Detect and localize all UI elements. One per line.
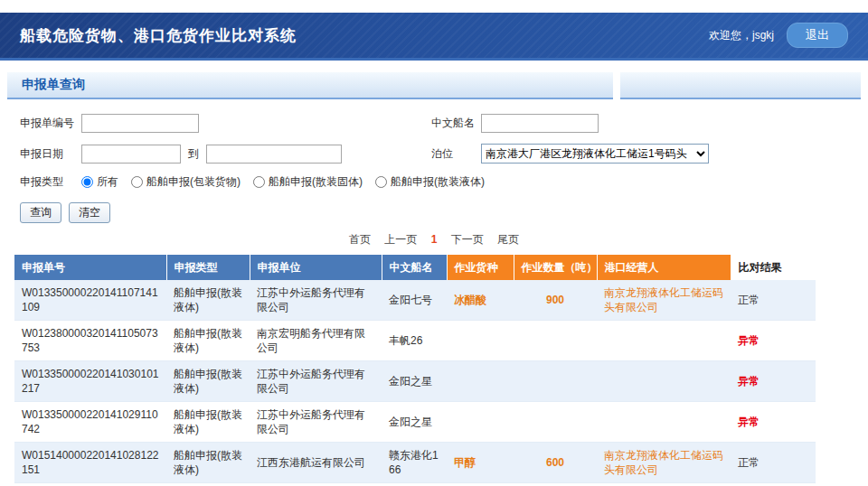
col-declaration-no: 申报单号 xyxy=(14,255,166,280)
cell-declaration-no: W015140000220141028122151 xyxy=(14,443,166,483)
pagination-top: 首页 上一页 1 下一页 尾页 xyxy=(0,232,868,248)
cell-ship-name: 金阳之星 xyxy=(382,402,447,443)
radio-type-bulk-solid[interactable]: 船舶申报(散装固体) xyxy=(253,174,363,190)
table-header-row: 申报单号 申报类型 申报单位 中文船名 作业货种 作业数量（吨） 港口经营人 比… xyxy=(14,255,816,280)
section-band-left: 申报单查询 xyxy=(7,72,613,99)
declaration-no-label: 申报单编号 xyxy=(20,116,81,131)
ship-name-label: 中文船名 xyxy=(431,116,481,131)
date-from-input[interactable] xyxy=(81,145,181,164)
page-prev[interactable]: 上一页 xyxy=(384,233,417,246)
col-declare-type: 申报类型 xyxy=(166,255,250,280)
cell-quantity xyxy=(514,321,597,361)
logout-button[interactable]: 退出 xyxy=(787,23,848,48)
cell-declaration-no: W013350000220141029110742 xyxy=(14,402,166,443)
table-row[interactable]: W013350000220141030101217 船舶申报(散装液体) 江苏中… xyxy=(14,361,816,402)
search-button[interactable]: 查询 xyxy=(20,202,61,223)
cell-declare-type: 船舶申报(散装液体) xyxy=(166,280,250,321)
app-header: 船载危险货物、港口危货作业比对系统 欢迎您，jsgkj 退出 xyxy=(0,13,868,58)
radio-type-bulk-solid-input[interactable] xyxy=(253,176,265,188)
radio-type-bulk-liquid-label: 船舶申报(散装液体) xyxy=(391,174,485,190)
cell-compare-result: 异常 xyxy=(731,361,816,402)
radio-type-all-input[interactable] xyxy=(81,176,93,188)
section-band-right xyxy=(620,72,861,99)
ship-name-input[interactable] xyxy=(481,114,599,133)
radio-type-packaged-label: 船舶申报(包装货物) xyxy=(146,174,241,190)
cell-compare-result: 正常 xyxy=(731,443,816,483)
col-cargo-type: 作业货种 xyxy=(447,255,514,280)
cell-port-operator: 南京龙翔液体化工储运码头有限公司 xyxy=(597,443,731,483)
col-port-operator: 港口经营人 xyxy=(597,255,731,280)
cell-port-operator xyxy=(597,402,731,443)
page-current[interactable]: 1 xyxy=(431,233,438,246)
cell-declaration-no: W013350000220141030101217 xyxy=(14,361,166,402)
welcome-text: 欢迎您，jsgkj xyxy=(709,28,774,43)
page-first[interactable]: 首页 xyxy=(349,233,371,246)
cell-declare-unit: 南京宏明船务代理有限公司 xyxy=(250,321,382,361)
radio-type-bulk-liquid-input[interactable] xyxy=(375,176,387,188)
cell-declare-type: 船舶申报(散装液体) xyxy=(166,361,250,402)
table-row[interactable]: W012380000320141105073753 船舶申报(散装液体) 南京宏… xyxy=(14,321,816,361)
page-title: 申报单查询 xyxy=(22,77,85,93)
col-ship-name: 中文船名 xyxy=(382,255,447,280)
declare-type-radio-group: 所有 船舶申报(包装货物) 船舶申报(散装固体) 船舶申报(散装液体) xyxy=(81,174,485,190)
cell-declare-unit: 江苏中外运船务代理有限公司 xyxy=(250,402,382,443)
col-quantity: 作业数量（吨） xyxy=(514,255,597,280)
cell-quantity: 600 xyxy=(514,443,597,483)
radio-type-bulk-solid-label: 船舶申报(散装固体) xyxy=(269,174,363,190)
radio-type-all-label: 所有 xyxy=(97,174,118,190)
cell-declare-type: 船舶申报(散装液体) xyxy=(166,321,250,361)
app-title: 船载危险货物、港口危货作业比对系统 xyxy=(20,25,297,46)
page-next[interactable]: 下一页 xyxy=(451,233,484,246)
cell-ship-name: 赣东港化166 xyxy=(382,443,447,483)
cell-ship-name: 金阳之星 xyxy=(382,361,447,402)
cell-cargo-type: 甲醇 xyxy=(447,443,514,483)
declare-type-label: 申报类型 xyxy=(20,174,81,190)
cell-declare-unit: 江苏中外运船务代理有限公司 xyxy=(250,280,382,321)
date-to-input[interactable] xyxy=(206,145,342,164)
cell-declare-unit: 江西东港航运有限公司 xyxy=(250,443,382,483)
cell-quantity xyxy=(514,361,597,402)
cell-compare-result: 异常 xyxy=(731,402,816,443)
cell-cargo-type: 冰醋酸 xyxy=(447,280,514,321)
cell-port-operator: 南京龙翔液体化工储运码头有限公司 xyxy=(597,280,731,321)
declaration-no-input[interactable] xyxy=(81,114,199,133)
cell-cargo-type xyxy=(447,402,514,443)
cell-port-operator xyxy=(597,361,731,402)
header-divider xyxy=(0,58,868,61)
cell-compare-result: 正常 xyxy=(731,280,816,321)
section-band: 申报单查询 xyxy=(7,72,861,99)
radio-type-packaged[interactable]: 船舶申报(包装货物) xyxy=(131,174,241,190)
clear-button[interactable]: 清空 xyxy=(69,202,110,223)
cell-cargo-type xyxy=(447,321,514,361)
radio-type-packaged-input[interactable] xyxy=(131,176,143,188)
cell-compare-result: 异常 xyxy=(731,321,816,361)
query-form: 申报单编号 中文船名 申报日期 到 泊位 南京港大厂港区龙翔液体化工储运1号码头… xyxy=(0,99,868,223)
cell-quantity xyxy=(514,402,597,443)
results-table: 申报单号 申报类型 申报单位 中文船名 作业货种 作业数量（吨） 港口经营人 比… xyxy=(14,255,816,483)
berth-label: 泊位 xyxy=(431,146,481,162)
cell-cargo-type xyxy=(447,361,514,402)
col-declare-unit: 申报单位 xyxy=(250,255,382,280)
table-row[interactable]: W013350000220141107141109 船舶申报(散装液体) 江苏中… xyxy=(14,280,816,321)
table-row[interactable]: W013350000220141029110742 船舶申报(散装液体) 江苏中… xyxy=(14,402,816,443)
cell-ship-name: 丰帆26 xyxy=(382,321,447,361)
col-compare-result: 比对结果 xyxy=(731,255,816,280)
cell-declare-unit: 江苏中外运船务代理有限公司 xyxy=(250,361,382,402)
cell-declaration-no: W012380000320141105073753 xyxy=(14,321,166,361)
cell-quantity: 900 xyxy=(514,280,597,321)
cell-ship-name: 金阳七号 xyxy=(382,280,447,321)
berth-select[interactable]: 南京港大厂港区龙翔液体化工储运1号码头 xyxy=(481,144,709,164)
cell-port-operator xyxy=(597,321,731,361)
date-label: 申报日期 xyxy=(20,146,81,162)
page-last[interactable]: 尾页 xyxy=(497,233,519,246)
cell-declaration-no: W013350000220141107141109 xyxy=(14,280,166,321)
cell-declare-type: 船舶申报(散装液体) xyxy=(166,402,250,443)
date-to-label: 到 xyxy=(188,146,199,162)
radio-type-all[interactable]: 所有 xyxy=(81,174,118,190)
table-row[interactable]: W015140000220141028122151 船舶申报(散装液体) 江西东… xyxy=(14,443,816,483)
radio-type-bulk-liquid[interactable]: 船舶申报(散装液体) xyxy=(375,174,485,190)
header-right: 欢迎您，jsgkj 退出 xyxy=(709,23,848,48)
cell-declare-type: 船舶申报(散装液体) xyxy=(166,443,250,483)
